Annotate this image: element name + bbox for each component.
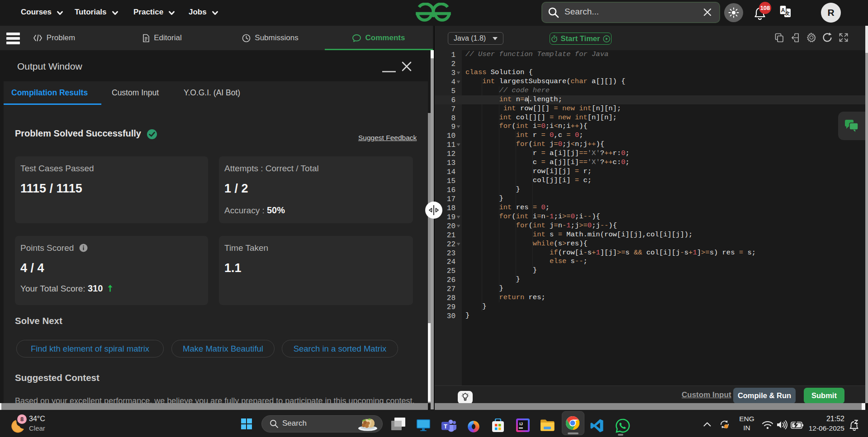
svg-text:T: T [444,423,447,430]
svg-text:A: A [781,7,785,14]
svg-text:IJ: IJ [519,422,523,426]
svg-text:文: 文 [785,11,790,16]
